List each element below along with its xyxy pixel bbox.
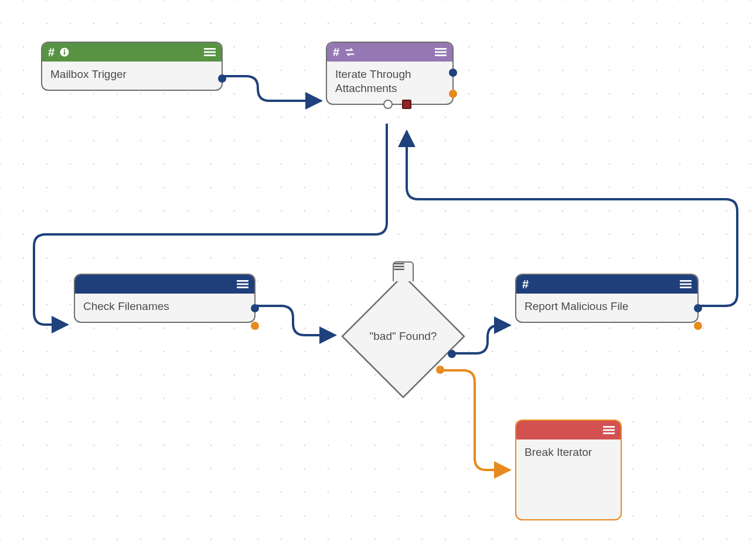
svg-rect-5: [204, 54, 216, 56]
node-decision-bad-found[interactable]: "bad" Found?: [339, 272, 468, 401]
svg-rect-18: [680, 287, 692, 288]
loop-out-port[interactable]: [383, 100, 393, 109]
node-header[interactable]: [75, 275, 254, 294]
decision-true-port[interactable]: [448, 350, 456, 358]
node-report-malicious[interactable]: # Report Malicious File: [515, 274, 699, 323]
decision-false-port[interactable]: [436, 366, 444, 374]
node-header[interactable]: #: [42, 43, 222, 62]
svg-rect-9: [237, 280, 248, 282]
svg-rect-7: [435, 52, 447, 53]
svg-rect-15: [394, 269, 404, 270]
node-header[interactable]: #: [516, 275, 697, 294]
hash-icon: #: [333, 46, 339, 59]
output-port[interactable]: [251, 304, 259, 312]
node-mailbox-trigger[interactable]: # Mailbox Trigger: [41, 42, 223, 91]
node-check-filenames[interactable]: Check Filenames: [74, 274, 256, 323]
decision-menu-tab[interactable]: [393, 261, 414, 281]
svg-rect-16: [680, 280, 692, 282]
svg-rect-14: [394, 266, 404, 267]
svg-rect-17: [680, 284, 692, 285]
info-icon: [59, 47, 70, 57]
svg-rect-21: [603, 432, 615, 434]
decision-label: "bad" Found?: [370, 330, 437, 343]
menu-icon[interactable]: [603, 425, 615, 435]
hash-icon: #: [522, 278, 529, 291]
error-port[interactable]: [251, 322, 259, 330]
edge-check-to-decision: [252, 306, 335, 335]
node-title: Check Filenames: [75, 294, 254, 322]
menu-icon[interactable]: [237, 280, 248, 289]
node-break-iterator[interactable]: Break Iterator: [515, 420, 622, 520]
svg-rect-2: [64, 52, 65, 55]
output-port-secondary[interactable]: [449, 90, 457, 98]
hash-icon: #: [48, 46, 55, 59]
node-header[interactable]: [516, 421, 621, 439]
svg-rect-3: [204, 48, 216, 50]
node-iterate-attachments[interactable]: # Iterate Through Attachments: [326, 42, 454, 105]
output-port[interactable]: [694, 304, 702, 312]
edge-mailbox-to-iterate: [220, 76, 321, 101]
svg-rect-13: [394, 263, 404, 264]
svg-rect-19: [603, 426, 615, 428]
svg-rect-20: [603, 430, 615, 431]
error-port[interactable]: [694, 322, 702, 330]
loop-icon: [344, 47, 356, 57]
node-title: Mailbox Trigger: [42, 62, 222, 90]
svg-rect-8: [435, 54, 447, 56]
node-header[interactable]: #: [327, 43, 452, 62]
output-port[interactable]: [218, 74, 226, 83]
svg-rect-4: [204, 52, 216, 53]
node-title: Break Iterator: [516, 439, 621, 519]
svg-rect-11: [237, 287, 248, 288]
node-title: Report Malicious File: [516, 294, 697, 322]
menu-icon[interactable]: [204, 47, 216, 57]
node-title: Iterate Through Attachments: [327, 62, 452, 104]
svg-rect-10: [237, 284, 248, 285]
svg-rect-6: [435, 48, 447, 50]
loop-in-port[interactable]: [402, 100, 411, 109]
output-port-main[interactable]: [449, 69, 457, 77]
svg-point-1: [64, 49, 66, 51]
menu-icon[interactable]: [435, 47, 447, 57]
menu-icon[interactable]: [680, 280, 692, 289]
